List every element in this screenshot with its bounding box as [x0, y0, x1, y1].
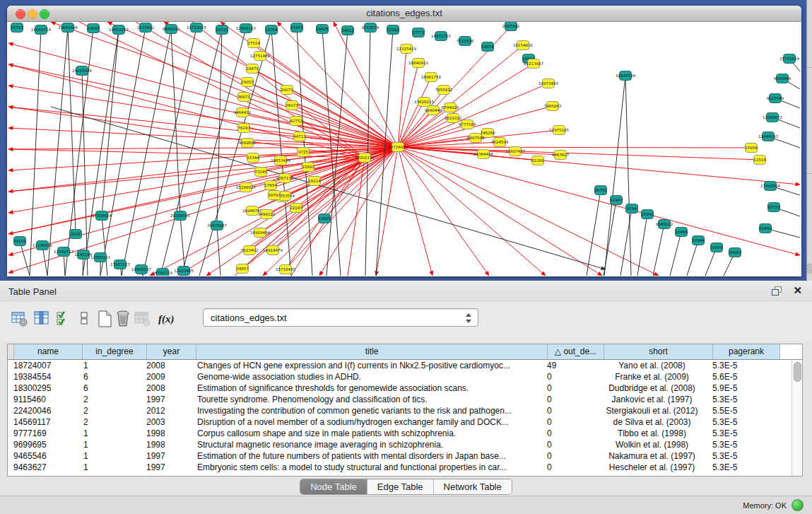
node[interactable]: 15582	[387, 25, 399, 35]
node[interactable]: 17771	[412, 28, 425, 37]
selected-node[interactable]: 15344	[247, 153, 259, 163]
node[interactable]: 9245012	[656, 220, 673, 229]
node[interactable]: 12505123	[90, 253, 110, 262]
selected-node[interactable]: 16214	[308, 177, 321, 186]
close-panel-icon[interactable]: ✕	[793, 285, 802, 296]
node[interactable]: 17957223	[110, 260, 130, 269]
table-row[interactable]: 1872400712008Changes of HCN gene express…	[8, 360, 792, 371]
new-table-icon[interactable]	[97, 310, 114, 329]
table-row[interactable]: 911546021997Tourette syndrome. Phenomeno…	[8, 394, 792, 405]
node[interactable]: 22406183	[236, 24, 256, 33]
selected-node[interactable]: 16961758	[421, 73, 441, 82]
selected-node[interactable]: 7955812	[435, 86, 453, 95]
node[interactable]: 86791	[594, 186, 607, 195]
selected-node[interactable]: 15716485	[276, 265, 295, 274]
selected-node[interactable]: 7623402	[241, 246, 259, 255]
node[interactable]: 12905	[318, 214, 331, 223]
node[interactable]: 12093872	[763, 113, 782, 122]
table-options-icon[interactable]	[11, 310, 28, 329]
selected-node[interactable]: 10991	[302, 163, 314, 172]
selected-node[interactable]: 7485063	[544, 102, 562, 111]
table-row[interactable]: 977716911998Corpus callosum shape and si…	[8, 428, 792, 439]
network-window-titlebar[interactable]: citations_edges.txt	[7, 6, 801, 22]
column-header-5[interactable]: short	[604, 344, 713, 359]
selected-node[interactable]: 29053	[241, 78, 254, 87]
selected-node[interactable]: 12975185	[549, 126, 569, 135]
selected-node[interactable]: 73245	[254, 168, 267, 177]
node[interactable]: 16782759	[153, 269, 172, 276]
node[interactable]: 92450	[759, 224, 772, 233]
node[interactable]: 2016	[70, 230, 82, 239]
memory-ok-indicator-icon[interactable]	[792, 499, 804, 511]
node[interactable]: 30975887	[207, 221, 227, 230]
selected-node[interactable]: 3498222	[258, 210, 276, 219]
node[interactable]: 12444193	[758, 132, 778, 141]
node[interactable]: 29053346	[72, 66, 92, 76]
node[interactable]: 8466160	[163, 25, 180, 34]
selected-node[interactable]: 9725	[298, 148, 310, 157]
selected-node[interactable]: 18471	[246, 64, 259, 74]
selected-node[interactable]: 22047	[290, 204, 302, 213]
node[interactable]: 10958107	[131, 265, 151, 274]
table-body[interactable]: 1872400712008Changes of HCN gene express…	[8, 360, 792, 476]
tab-network-table[interactable]: Network Table	[434, 479, 512, 494]
node[interactable]: 20206555	[170, 211, 190, 221]
node[interactable]: 18496	[675, 228, 688, 237]
node[interactable]: 1145194	[75, 250, 93, 259]
node[interactable]: 12942717	[54, 247, 73, 257]
selected-node[interactable]: 11518	[753, 156, 766, 165]
column-header-2[interactable]: year	[147, 344, 196, 359]
selected-node[interactable]: 15166827	[236, 183, 256, 192]
citation-network-graph[interactable]: 5572324055724206914061889310653257152760…	[8, 22, 800, 276]
selected-node[interactable]: 16154838	[513, 41, 533, 50]
selected-node[interactable]: 36871	[237, 93, 250, 102]
selected-node[interactable]: 10807487	[505, 147, 525, 156]
function-builder-icon[interactable]: f(x)	[158, 313, 175, 332]
selected-node[interactable]: 9463627	[552, 151, 570, 160]
node[interactable]: 8313074	[362, 23, 379, 33]
selected-node[interactable]: 36073	[286, 101, 298, 110]
node[interactable]: 9529966	[774, 74, 792, 83]
network-window[interactable]: citations_edges.txt 55723240557242069140…	[7, 6, 801, 276]
selected-node[interactable]: 27514	[247, 39, 260, 48]
node[interactable]: 14671355	[431, 32, 451, 41]
node[interactable]: 9194	[626, 204, 638, 214]
selected-node[interactable]: 76243	[237, 124, 250, 133]
scrollbar-thumb[interactable]	[794, 362, 801, 382]
selected-node[interactable]: 62160	[531, 156, 544, 165]
selected-node[interactable]: 42752	[290, 117, 302, 126]
table-row[interactable]: 946554611997Estimation of the future num…	[8, 450, 792, 462]
node[interactable]: 89963	[729, 248, 741, 257]
node[interactable]: 10976	[710, 243, 723, 252]
selected-node[interactable]: 38783	[268, 191, 281, 200]
float-panel-icon[interactable]	[772, 286, 782, 296]
node[interactable]: 16648784	[616, 71, 635, 81]
selected-node[interactable]: 1621022	[445, 114, 462, 123]
selected-node[interactable]: 18653494	[271, 156, 290, 165]
network-canvas[interactable]: 5572324055724206914061889310653257152760…	[8, 22, 800, 276]
node[interactable]: 16625	[316, 25, 329, 34]
node[interactable]: 2087682	[502, 22, 520, 31]
resize-grip-icon[interactable]	[807, 264, 812, 274]
column-header-0[interactable]: name	[14, 344, 83, 359]
table-row[interactable]: 2242004622012Investigating the contribut…	[8, 405, 792, 416]
node[interactable]: 10944	[692, 236, 705, 245]
column-header-3[interactable]: title	[196, 344, 548, 359]
selected-node[interactable]: 34857	[236, 264, 249, 274]
column-header-4[interactable]: △ out_de...	[548, 344, 604, 359]
table-row[interactable]: 1456911722003Disruption of a novel membe…	[8, 416, 792, 428]
node[interactable]: 24055724	[31, 25, 51, 35]
delete-column-icon[interactable]	[115, 310, 132, 329]
node[interactable]: 14812	[341, 26, 354, 35]
selected-node[interactable]: 20071	[281, 86, 293, 95]
node[interactable]: 14854	[481, 42, 494, 52]
selected-node[interactable]: 44711	[293, 132, 306, 141]
node[interactable]: 91947	[610, 196, 623, 205]
select-columns-icon[interactable]	[56, 310, 73, 329]
tab-edge-table[interactable]: Edge Table	[367, 479, 434, 494]
table-select-dropdown[interactable]: citations_edges.txt	[203, 308, 478, 327]
selected-node[interactable]: 12325419	[396, 45, 416, 54]
node[interactable]: 1527602	[137, 23, 155, 33]
table-row[interactable]: 1938455462009Genome-wide association stu…	[8, 371, 792, 382]
node[interactable]: 67753	[767, 203, 780, 212]
